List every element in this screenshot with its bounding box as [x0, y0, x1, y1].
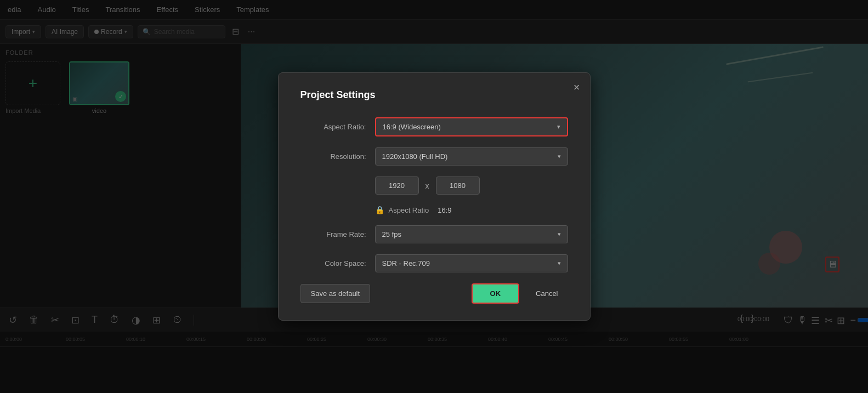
aspect-ratio-wrapper: 16:9 (Widescreen) ▾ [375, 117, 568, 136]
aspect-ratio-value: 16:9 (Widescreen) [383, 123, 441, 131]
height-input[interactable]: 1080 [436, 176, 480, 195]
aspect-ratio-row: Aspect Ratio: 16:9 (Widescreen) ▾ [300, 117, 568, 136]
dimension-row: 1920 x 1080 [375, 176, 568, 195]
frame-rate-select[interactable]: 25 fps ▾ [375, 225, 568, 243]
resolution-value: 1920x1080 (Full HD) [382, 152, 448, 161]
project-settings-dialog: Project Settings × Aspect Ratio: 16:9 (W… [278, 72, 591, 321]
dialog-footer: Save as default OK Cancel [300, 283, 568, 304]
lock-icon: 🔒 [375, 206, 384, 214]
color-space-value: SDR - Rec.709 [382, 259, 430, 267]
frame-rate-chevron-icon: ▾ [558, 231, 561, 238]
resolution-chevron-icon: ▾ [558, 153, 561, 160]
frame-rate-row: Frame Rate: 25 fps ▾ [300, 225, 568, 243]
lock-aspect-ratio-row: 🔒 Aspect Ratio 16:9 [375, 206, 568, 214]
resolution-row: Resolution: 1920x1080 (Full HD) ▾ [300, 147, 568, 166]
lock-aspect-value: 16:9 [438, 206, 451, 214]
color-space-label: Color Space: [300, 259, 366, 267]
cancel-button[interactable]: Cancel [526, 284, 568, 303]
color-space-row: Color Space: SDR - Rec.709 ▾ [300, 254, 568, 272]
dimension-x-label: x [426, 181, 429, 190]
color-space-select[interactable]: SDR - Rec.709 ▾ [375, 254, 568, 272]
frame-rate-value: 25 fps [382, 230, 401, 238]
modal-overlay: Project Settings × Aspect Ratio: 16:9 (W… [0, 0, 868, 393]
resolution-label: Resolution: [300, 152, 366, 161]
width-input[interactable]: 1920 [375, 176, 419, 195]
dialog-close-button[interactable]: × [574, 82, 580, 93]
aspect-ratio-chevron-icon: ▾ [557, 123, 560, 130]
save-as-default-button[interactable]: Save as default [300, 284, 371, 303]
aspect-ratio-select[interactable]: 16:9 (Widescreen) ▾ [375, 117, 568, 136]
resolution-select[interactable]: 1920x1080 (Full HD) ▾ [375, 147, 568, 166]
dialog-title: Project Settings [300, 89, 568, 101]
color-space-chevron-icon: ▾ [558, 260, 561, 267]
ok-button[interactable]: OK [472, 283, 520, 304]
aspect-ratio-label: Aspect Ratio: [300, 123, 366, 131]
lock-aspect-label: Aspect Ratio [389, 206, 429, 214]
frame-rate-label: Frame Rate: [300, 230, 366, 238]
